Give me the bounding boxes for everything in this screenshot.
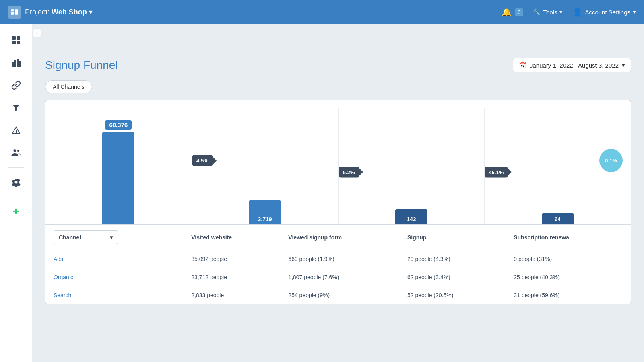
funnel-col-visited: 60,376 4.5% [45,108,192,224]
arrow-badge-3: 45.1% [485,167,508,177]
viewed-header: Viewed signup form [280,225,399,250]
funnel-col-viewed: 2,719 5.2% [192,108,339,224]
bar-renewal: 64 [542,213,574,224]
signup-search: 52 people (20.5%) [399,286,506,304]
svg-point-9 [17,150,19,152]
bar-count-signup: 142 [402,214,421,224]
sidebar-item-users[interactable] [6,143,26,162]
bar-visited [102,132,134,224]
filter-bar: All Channels [45,80,631,93]
sidebar-item-filter[interactable] [6,98,26,117]
channel-organic[interactable]: Organic [45,268,183,286]
sidebar-toggle[interactable]: › [32,28,42,38]
main-content: Signup Funnel 📅 January 1, 2022 - August… [32,48,644,362]
viewed-organic: 1,807 people (7.6%) [280,268,399,286]
date-range-picker[interactable]: 📅 January 1, 2022 - August 3, 2022 ▾ [513,58,631,72]
sidebar-item-alerts[interactable] [6,121,26,140]
viewed-ads: 669 people (1.9%) [280,250,399,268]
bar-top-label-visited: 60,376 [105,120,132,130]
renewal-header: Subscription renewal [506,225,631,250]
table-row: Search 2,833 people 254 people (9%) 52 p… [45,286,631,304]
renewal-organic: 25 people (40.3%) [506,268,631,286]
wrench-icon: 🔧 [533,8,541,16]
svg-rect-1 [17,36,20,40]
calendar-icon: 📅 [519,62,526,69]
svg-point-8 [13,149,16,152]
funnel-col-signup: 142 45.1% [339,108,485,224]
bar-signup: 142 [395,209,427,224]
svg-rect-6 [17,59,19,67]
svg-rect-0 [12,36,16,40]
bar-viewed: 2,719 [249,200,281,224]
tools-button[interactable]: 🔧 Tools ▾ [533,8,563,16]
svg-rect-2 [12,41,16,44]
channel-header: Channel ▾ [45,225,183,250]
project-label: Project: Web Shop ▾ [25,8,93,16]
svg-rect-5 [14,60,16,67]
page-header: Signup Funnel 📅 January 1, 2022 - August… [45,58,631,72]
funnel-card: 60,376 4.5% 2,719 [45,100,631,304]
funnel-chart: 60,376 4.5% 2,719 [45,100,631,225]
table-row: Ads 35,092 people 669 people (1.9%) 29 p… [45,250,631,268]
project-selector[interactable]: Project: Web Shop ▾ [8,6,93,19]
visited-header: Visited website [183,225,280,250]
table-header-row: Channel ▾ Visited website Viewed signup … [45,225,631,250]
sidebar-item-dashboard[interactable] [6,31,26,50]
sidebar-item-analytics[interactable] [6,53,26,72]
channel-search[interactable]: Search [45,286,183,304]
chevron-down-icon: ▾ [110,234,113,241]
signup-ads: 29 people (4.3%) [399,250,506,268]
project-icon [8,6,21,19]
visited-organic: 23,712 people [183,268,280,286]
top-nav-right: 🔔 0 🔧 Tools ▾ 👤 Account Settings ▾ [502,7,636,17]
bar-wrapper-signup: 142 [339,108,485,224]
account-settings-button[interactable]: 👤 Account Settings ▾ [572,7,636,17]
sidebar-add-button[interactable]: + [6,202,26,221]
funnel-table: Channel ▾ Visited website Viewed signup … [45,225,631,304]
bar-count-viewed: 2,719 [253,214,277,224]
account-icon: 👤 [572,7,582,17]
viewed-search: 254 people (9%) [280,286,399,304]
funnel-col-renewal: 64 0.1% [485,108,631,224]
notification-badge: 0 [515,8,523,16]
arrow-badge-2: 5.2% [339,167,359,177]
all-channels-filter[interactable]: All Channels [45,80,92,93]
sidebar-item-links[interactable] [6,76,26,95]
sidebar-item-settings[interactable] [6,173,26,192]
svg-rect-3 [17,41,20,44]
chevron-down-icon: ▾ [622,62,625,69]
svg-rect-7 [19,61,21,67]
channel-dropdown[interactable]: Channel ▾ [54,230,118,244]
bell-icon: 🔔 [502,7,512,17]
svg-rect-4 [12,62,14,67]
table-row: Organic 23,712 people 1,807 people (7.6%… [45,268,631,286]
bar-wrapper-visited: 60,376 [45,108,192,224]
visited-search: 2,833 people [183,286,280,304]
renewal-ads: 9 people (31%) [506,250,631,268]
bar-wrapper-viewed: 2,719 [192,108,338,224]
bar-count-renewal: 64 [550,214,566,224]
channel-ads[interactable]: Ads [45,250,183,268]
page-title: Signup Funnel [45,59,118,72]
signup-header: Signup [399,225,506,250]
top-navigation: Project: Web Shop ▾ 🔔 0 🔧 Tools ▾ 👤 Acco… [0,0,644,24]
visited-ads: 35,092 people [183,250,280,268]
sidebar-divider [8,167,24,168]
signup-organic: 62 people (3.4%) [399,268,506,286]
sidebar-divider-2 [8,197,24,197]
circle-badge: 0.1% [599,149,623,172]
sidebar: + [0,24,32,362]
renewal-search: 31 people (59.6%) [506,286,631,304]
arrow-badge-1: 4.5% [192,155,213,166]
notifications[interactable]: 🔔 0 [502,7,523,17]
